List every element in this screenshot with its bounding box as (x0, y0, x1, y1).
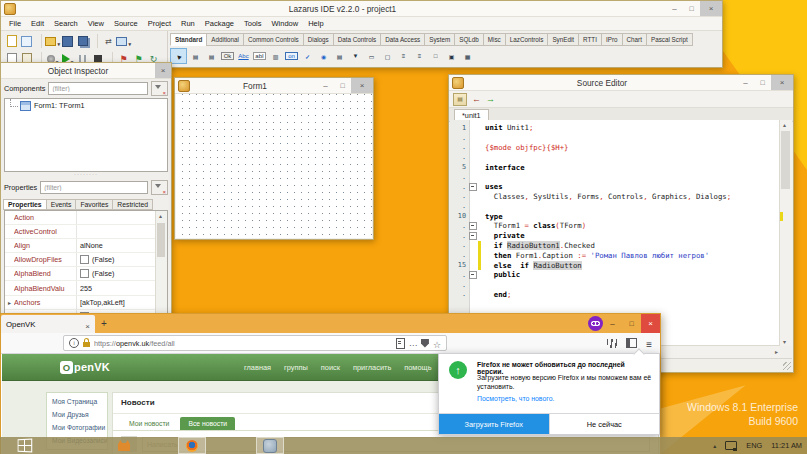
palette-tab-system[interactable]: System (424, 33, 455, 46)
cursor-tool-icon[interactable]: ▲ (170, 48, 187, 64)
palette-tab-data-access[interactable]: Data Access (380, 33, 425, 46)
tlistbox-icon[interactable]: ▤ (332, 49, 347, 63)
tframe-icon[interactable]: ▣ (444, 49, 459, 63)
fold-icon[interactable] (469, 222, 477, 230)
minimize-button[interactable] (603, 314, 622, 333)
AlphaBlendValu[interactable]: AlphaBlendValu 255 (5, 281, 156, 295)
tbutton-icon[interactable]: Ok (220, 49, 235, 63)
vk-tab-my-news[interactable]: Мои новости (121, 417, 177, 430)
tcheckgroup-icon[interactable]: ≡ (412, 49, 427, 63)
new-unit-button[interactable] (4, 34, 19, 48)
save-button[interactable] (60, 34, 75, 48)
tlabel-icon[interactable]: Abc (236, 49, 251, 63)
filter-icon[interactable] (151, 81, 168, 96)
new-form-button[interactable] (19, 34, 34, 48)
checkbox[interactable] (80, 269, 89, 278)
vk-nav-search[interactable]: поиск (321, 363, 340, 372)
source-editor-titlebar[interactable]: Source Editor (449, 75, 793, 91)
vk-sidebar-my-photos[interactable]: Мои Фотографии (47, 421, 107, 434)
page-actions-icon[interactable] (409, 334, 417, 352)
tpopupmenu-icon[interactable]: ▤ (204, 49, 219, 63)
tree-item-form1[interactable]: Form1: TForm1 (5, 99, 167, 112)
tray-expand-icon[interactable] (713, 441, 716, 450)
form-design-surface[interactable] (176, 94, 372, 238)
taskbar-lazarus-button[interactable] (256, 437, 284, 454)
close-icon[interactable] (155, 63, 171, 78)
fold-icon[interactable] (469, 271, 477, 279)
menu-window[interactable]: Window (267, 19, 304, 28)
save-all-button[interactable] (75, 34, 90, 48)
open-button[interactable] (41, 34, 60, 48)
menu-search[interactable]: Search (49, 19, 83, 28)
close-button[interactable] (700, 1, 722, 16)
openvk-logo[interactable]: O penVK (60, 361, 110, 374)
oi-tab-restricted[interactable]: Restricted (112, 199, 153, 210)
vertical-scrollbar[interactable] (779, 120, 792, 346)
fold-icon[interactable] (469, 232, 477, 240)
tgroupbox-icon[interactable]: ▢ (380, 49, 395, 63)
scrollbar[interactable] (155, 211, 167, 316)
resize-grip[interactable] (783, 362, 791, 370)
browser-tab[interactable]: OpenVK (1, 315, 95, 333)
scrollbar-thumb[interactable] (781, 131, 790, 189)
palette-tab-lazcontrols[interactable]: LazControls (505, 33, 549, 46)
vk-nav-groups[interactable]: группы (284, 363, 308, 372)
palette-tab-dialogs[interactable]: Dialogs (303, 33, 334, 46)
maximize-button[interactable] (334, 78, 351, 93)
shield-icon[interactable] (421, 339, 429, 348)
tcombobox-icon[interactable]: ▼ (348, 49, 363, 63)
expand-arrow-icon[interactable] (8, 298, 11, 307)
vk-sidebar-my-page[interactable]: Моя Страница (47, 395, 107, 408)
jump-back-icon[interactable]: ← (472, 95, 481, 104)
vk-tab-all-news[interactable]: Все новости (180, 417, 235, 430)
palette-tab-synedit[interactable]: SynEdit (547, 33, 579, 46)
firefox-titlebar[interactable]: OpenVK (1, 314, 660, 333)
tmemo-icon[interactable]: ▥ (268, 49, 283, 63)
menu-run[interactable]: Run (176, 19, 200, 28)
dropdown-caret-icon[interactable] (127, 32, 131, 50)
Anchors[interactable]: Anchors [akTop,akLeft] (5, 296, 156, 310)
tedit-icon[interactable]: abI (252, 49, 267, 63)
close-tab-icon[interactable] (85, 315, 90, 333)
maximize-button[interactable] (754, 75, 771, 90)
close-button[interactable] (771, 75, 793, 90)
url-bar[interactable]: https://openvk.uk/feed/all (63, 335, 447, 351)
menu-package[interactable]: Package (200, 19, 239, 28)
tscrollbar-icon[interactable]: ▭ (364, 49, 379, 63)
tpanel-icon[interactable]: □ (428, 49, 443, 63)
download-firefox-button[interactable]: Загрузить Firefox (439, 414, 549, 434)
maximize-button[interactable] (622, 314, 641, 333)
library-icon[interactable] (607, 339, 617, 348)
menu-edit[interactable]: Edit (26, 19, 49, 28)
minimize-button[interactable] (666, 1, 683, 16)
oi-tab-properties[interactable]: Properties (3, 199, 47, 210)
maximize-button[interactable] (683, 1, 700, 16)
tradiogroup-icon[interactable]: ≡ (396, 49, 411, 63)
network-icon[interactable] (725, 441, 737, 450)
components-filter-input[interactable] (48, 82, 148, 95)
language-indicator[interactable]: ENG (746, 441, 762, 450)
tmainmenu-icon[interactable]: ▤ (188, 49, 203, 63)
filter-icon[interactable] (151, 180, 168, 195)
palette-tab-rtti[interactable]: RTTI (578, 33, 602, 46)
menu-tools[interactable]: Tools (239, 19, 267, 28)
tactionlist-icon[interactable]: ▦ (460, 49, 475, 63)
properties-filter-input[interactable] (40, 181, 148, 194)
taskbar-firefox-button[interactable] (178, 437, 206, 454)
oi-tab-events[interactable]: Events (46, 199, 77, 210)
vk-nav-help[interactable]: помощь (404, 363, 431, 372)
menu-project[interactable]: Project (143, 19, 176, 28)
view-units-button[interactable] (116, 34, 131, 48)
vk-nav-home[interactable]: главная (244, 363, 271, 372)
fold-icon[interactable] (469, 183, 477, 191)
object-inspector-titlebar[interactable]: Object Inspector (1, 63, 171, 79)
clock[interactable]: 11:21 AM (771, 441, 802, 450)
minimize-button[interactable] (737, 75, 754, 90)
palette-tab-chart[interactable]: Chart (622, 33, 647, 46)
toggle-form-unit-button[interactable] (97, 34, 116, 48)
lazarus-titlebar[interactable]: Lazarus IDE v2.2.0 - project1 (1, 1, 722, 17)
tcheckbox-icon[interactable]: ✓ (300, 49, 315, 63)
palette-tab-ipro[interactable]: IPro (601, 33, 623, 46)
palette-tab-misc[interactable]: Misc (483, 33, 506, 46)
palette-tab-sqldb[interactable]: SQLdb (454, 33, 484, 46)
